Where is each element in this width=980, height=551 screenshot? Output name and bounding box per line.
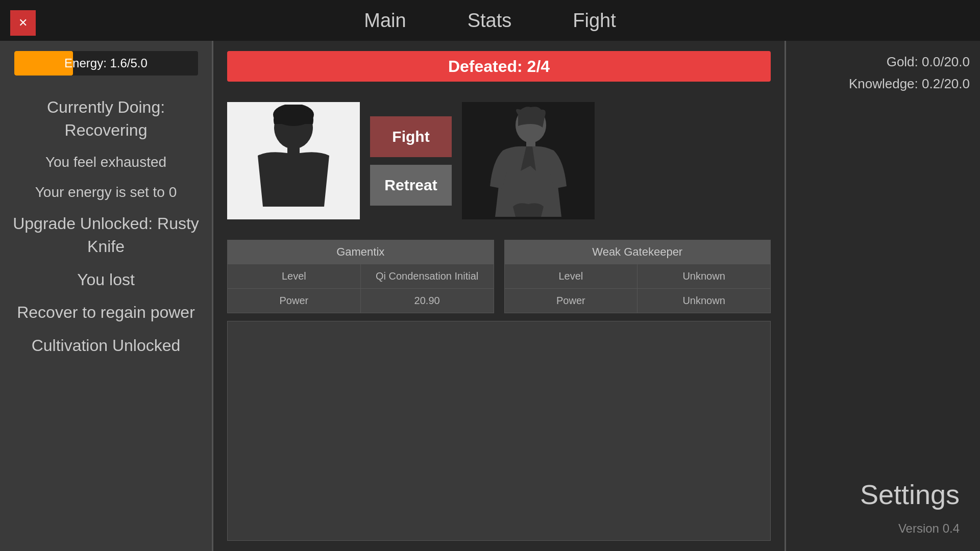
main-content: Defeated: 2/4 Fight Retreat xyxy=(212,41,786,551)
left-sidebar: Energy: 1.6/5.0 Currently Doing: Recover… xyxy=(0,41,212,551)
right-panel: Gold: 0.0/20.0 Knowledge: 0.2/20.0 Setti… xyxy=(786,41,980,551)
player-level-row: Level Qi Condensation Initial xyxy=(228,264,494,288)
status-upgrade: Upgrade Unlocked: Rusty Knife xyxy=(5,212,207,258)
fight-button[interactable]: Fight xyxy=(370,116,452,157)
player-level-value: Qi Condensation Initial xyxy=(361,264,494,288)
status-recovering: Currently Doing: Recovering xyxy=(5,96,207,142)
enemy-stats-table: Weak Gatekeeper Level Unknown Power Unkn… xyxy=(504,240,771,313)
stats-tables: Gamentix Level Qi Condensation Initial P… xyxy=(227,240,771,313)
enemy-level-value: Unknown xyxy=(638,264,770,288)
status-lost: You lost xyxy=(77,268,135,291)
status-cultivation: Cultivation Unlocked xyxy=(32,334,181,357)
enemy-level-row: Level Unknown xyxy=(505,264,771,288)
player-silhouette xyxy=(242,105,345,217)
player-power-value: 20.90 xyxy=(361,289,494,313)
status-exhausted: You feel exhausted xyxy=(45,152,166,172)
energy-bar-container: Energy: 1.6/5.0 xyxy=(14,51,198,76)
settings-button[interactable]: Settings xyxy=(860,479,960,510)
enemy-avatar xyxy=(462,102,595,219)
player-power-row: Power 20.90 xyxy=(228,288,494,313)
enemy-power-value: Unknown xyxy=(638,289,770,313)
player-power-label: Power xyxy=(228,289,361,313)
status-recover: Recover to regain power xyxy=(17,301,195,324)
action-buttons: Fight Retreat xyxy=(370,116,452,206)
top-nav: Main Stats Fight xyxy=(0,0,980,41)
enemy-stats-name: Weak Gatekeeper xyxy=(505,240,771,264)
log-area xyxy=(227,321,771,541)
knowledge-stat: Knowledge: 0.2/20.0 xyxy=(849,76,970,92)
retreat-button[interactable]: Retreat xyxy=(370,165,452,206)
player-stats-table: Gamentix Level Qi Condensation Initial P… xyxy=(227,240,494,313)
tab-main[interactable]: Main xyxy=(364,10,406,32)
energy-bar-label: Energy: 1.6/5.0 xyxy=(64,56,148,70)
fight-area: Fight Retreat xyxy=(227,89,771,232)
tab-stats[interactable]: Stats xyxy=(468,10,512,32)
gold-stat: Gold: 0.0/20.0 xyxy=(887,54,970,70)
enemy-power-label: Power xyxy=(505,289,638,313)
player-avatar xyxy=(227,102,360,219)
version-label: Version 0.4 xyxy=(898,521,960,536)
tab-fight[interactable]: Fight xyxy=(573,10,616,32)
enemy-level-label: Level xyxy=(505,264,638,288)
player-level-label: Level xyxy=(228,264,361,288)
player-stats-name: Gamentix xyxy=(228,240,494,264)
enemy-silhouette xyxy=(477,105,579,217)
close-button[interactable]: ✕ xyxy=(10,10,36,36)
enemy-power-row: Power Unknown xyxy=(505,288,771,313)
status-energy-zero: Your energy is set to 0 xyxy=(35,182,177,202)
defeated-banner: Defeated: 2/4 xyxy=(227,51,771,82)
